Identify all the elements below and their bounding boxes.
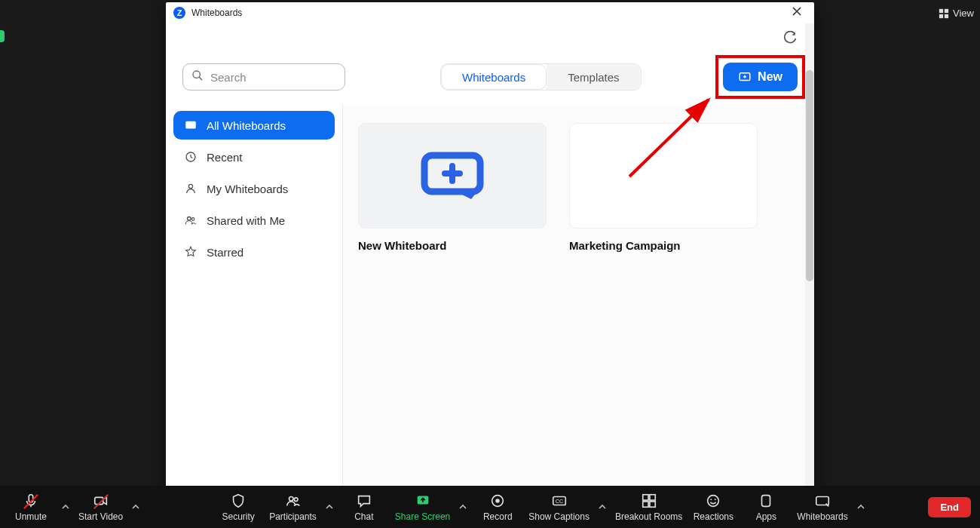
reactions-button[interactable]: Reactions <box>687 493 740 522</box>
captions-caret[interactable] <box>594 503 611 511</box>
grid-icon <box>939 8 949 19</box>
whiteboard-icon <box>814 493 831 509</box>
chevron-up-icon <box>62 503 69 511</box>
new-whiteboard-icon <box>738 70 752 84</box>
apps-button[interactable]: Apps <box>740 493 792 522</box>
cards-row: New Whiteboard Marketing Campaign <box>358 123 799 252</box>
chevron-up-icon <box>599 503 606 511</box>
unmute-label: Unmute <box>15 511 47 522</box>
svg-rect-1 <box>945 8 948 12</box>
svg-rect-22 <box>642 494 648 499</box>
security-button[interactable]: Security <box>212 493 265 522</box>
chevron-up-icon <box>326 503 333 511</box>
chat-icon <box>356 493 372 509</box>
new-button-wrap: New <box>723 63 798 91</box>
modal-title: Whiteboards <box>191 8 242 18</box>
person-icon <box>184 182 198 195</box>
svg-point-4 <box>193 71 200 78</box>
sidebar-item-label: Recent <box>207 151 243 164</box>
new-whiteboard-large-icon <box>418 149 486 202</box>
segmented-control: Whiteboards Templates <box>440 63 642 91</box>
modal-toolbar: Whiteboards Templates New <box>166 49 814 105</box>
breakout-rooms-button[interactable]: Breakout Rooms <box>611 493 687 522</box>
sidebar-item-label: Starred <box>207 246 243 259</box>
scrollbar-thumb[interactable] <box>806 70 813 281</box>
view-label: View <box>953 8 974 19</box>
share-screen-button[interactable]: Share Screen <box>390 493 455 522</box>
svg-rect-6 <box>185 121 196 129</box>
start-video-button[interactable]: Start Video <box>74 493 127 522</box>
star-icon <box>184 245 198 259</box>
card-title: Marketing Campaign <box>569 239 758 252</box>
card-new-whiteboard[interactable]: New Whiteboard <box>358 123 547 252</box>
tab-templates[interactable]: Templates <box>547 64 640 90</box>
chevron-up-icon <box>132 503 139 511</box>
search-icon <box>191 69 204 84</box>
chat-label: Chat <box>354 511 373 522</box>
participants-caret[interactable] <box>321 503 338 511</box>
record-button[interactable]: Record <box>471 493 524 522</box>
whiteboard-icon <box>184 118 198 132</box>
whiteboards-button[interactable]: Whiteboards <box>792 493 852 522</box>
video-options-caret[interactable] <box>127 503 144 511</box>
refresh-button[interactable] <box>782 31 798 49</box>
svg-rect-29 <box>762 495 770 506</box>
card-title: New Whiteboard <box>358 239 547 252</box>
show-captions-label: Show Captions <box>528 511 590 522</box>
reactions-icon <box>705 493 721 509</box>
svg-rect-3 <box>945 14 948 17</box>
svg-point-28 <box>715 499 716 500</box>
clock-icon <box>184 150 198 164</box>
sidebar-item-recent[interactable]: Recent <box>173 143 335 171</box>
modal-subheader <box>166 23 814 49</box>
share-screen-label: Share Screen <box>395 511 450 522</box>
security-label: Security <box>222 511 254 522</box>
unmute-button[interactable]: Unmute <box>5 493 57 522</box>
share-screen-caret[interactable] <box>455 503 471 511</box>
content-area: New Whiteboard Marketing Campaign <box>343 105 814 500</box>
card-marketing-campaign[interactable]: Marketing Campaign <box>569 123 758 252</box>
sidebar-item-label: Shared with Me <box>207 214 285 227</box>
whiteboards-caret[interactable] <box>853 503 869 511</box>
svg-point-15 <box>289 496 293 501</box>
card-thumb <box>569 123 758 229</box>
participants-button[interactable]: Participants <box>265 493 321 522</box>
whiteboards-label: Whiteboards <box>797 511 847 522</box>
participants-label: Participants <box>269 511 317 522</box>
active-indicator <box>0 30 5 42</box>
audio-options-caret[interactable] <box>57 503 74 511</box>
scrollbar-track[interactable] <box>805 23 814 500</box>
breakout-rooms-label: Breakout Rooms <box>615 511 682 522</box>
svg-rect-23 <box>650 494 655 499</box>
record-label: Record <box>483 511 513 522</box>
sidebar: All Whiteboards Recent My Whiteboards Sh… <box>166 105 342 500</box>
search-input[interactable] <box>182 63 345 91</box>
search-wrap <box>182 63 345 91</box>
close-button[interactable] <box>787 5 807 21</box>
new-button-label: New <box>758 70 782 84</box>
svg-text:CC: CC <box>555 497 563 504</box>
meeting-controls: Unmute Start Video Security Participants… <box>0 486 980 528</box>
sidebar-item-label: My Whiteboards <box>207 183 288 195</box>
captions-icon: CC <box>551 493 568 509</box>
view-button[interactable]: View <box>939 8 974 19</box>
svg-point-19 <box>496 499 501 503</box>
sidebar-item-shared-with-me[interactable]: Shared with Me <box>173 206 335 235</box>
svg-point-16 <box>294 497 298 501</box>
card-thumb <box>358 123 547 229</box>
sidebar-item-my-whiteboards[interactable]: My Whiteboards <box>173 174 335 203</box>
mic-muted-icon <box>23 493 39 509</box>
svg-point-26 <box>708 495 719 506</box>
sidebar-item-starred[interactable]: Starred <box>173 238 335 266</box>
apps-icon <box>758 493 774 509</box>
tab-whiteboards[interactable]: Whiteboards <box>441 64 547 90</box>
participants-icon <box>285 493 302 509</box>
chat-button[interactable]: Chat <box>338 493 390 522</box>
record-icon <box>489 493 506 509</box>
sidebar-item-all-whiteboards[interactable]: All Whiteboards <box>173 111 335 140</box>
apps-label: Apps <box>756 511 776 522</box>
end-button[interactable]: End <box>928 497 971 517</box>
show-captions-button[interactable]: CC Show Captions <box>524 493 594 522</box>
svg-rect-24 <box>642 501 648 506</box>
new-button[interactable]: New <box>723 63 798 91</box>
